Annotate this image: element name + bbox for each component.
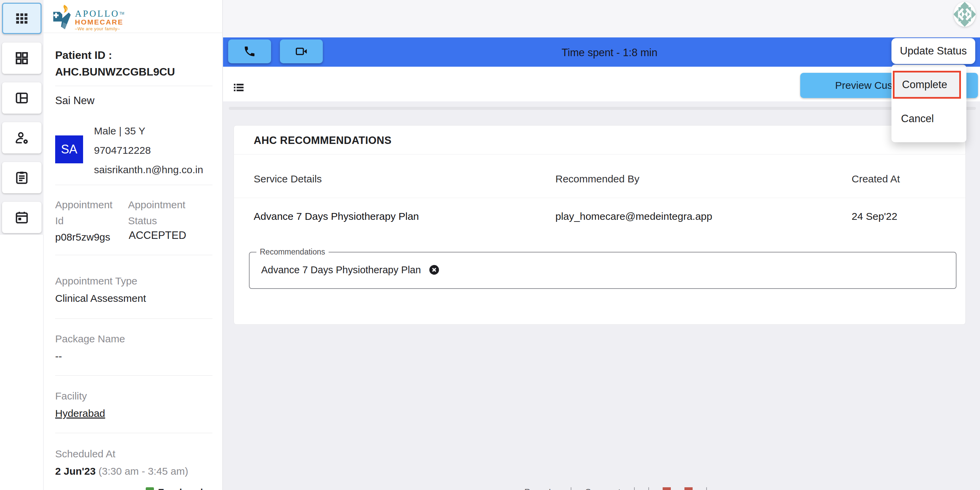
dashboard-icon [14,51,29,66]
table-row-created-at: 24 Sep'22 [852,211,897,222]
status-dropdown-menu: Complete Cancel [891,65,966,142]
apps-grid-icon [14,11,29,26]
rail-item-apps[interactable] [2,3,41,34]
logo-divider [44,33,223,33]
divider [55,375,213,376]
scheduled-date: 2 Jun'23 [55,466,96,477]
top-bar [223,0,980,37]
clipped-bottom-strip: Remarks Comment [524,487,933,490]
rail-item-dashboard[interactable] [2,43,41,74]
divider [55,433,213,433]
clipped-red-icon [684,487,693,490]
remove-chip-icon[interactable] [428,264,440,276]
divider [55,185,213,185]
divider [648,487,649,490]
rail-item-layout[interactable] [2,82,41,114]
recommendations-field: Recommendations Advance 7 Days Physiothe… [249,247,956,289]
table-row-recommended-by: play_homecare@medeintegra.app [555,211,712,222]
recommendations-field-label: Recommendations [256,247,329,257]
patient-avatar: SA [55,135,83,163]
scheduled-at-value: 2 Jun'23 (3:30 am - 3:45 am) [55,466,188,477]
phone-icon [243,45,256,58]
time-spent-text: Time spent - 1:8 min [521,47,698,59]
patient-contact-block: Male | 35 Y 9704712228 saisrikanth.n@hng… [94,121,203,179]
rail-item-assignments[interactable] [2,162,41,193]
package-name-value: -- [55,350,62,362]
patient-demographics: Male | 35 Y [94,121,203,141]
clipped-bottom-row: Excel package on [146,487,248,490]
horizontal-scrollbar[interactable] [229,107,976,110]
calendar-icon [14,210,29,225]
card-title: AHC RECOMMENDATIONS [254,135,391,147]
divider [234,198,966,198]
scheduled-time: (3:30 am - 3:45 am) [99,466,188,477]
table-row-service: Advance 7 Days Physiotherapy Plan [254,211,419,222]
appointment-status-value: ACCEPTED [129,229,186,242]
excel-icon [146,487,154,490]
recommendation-chip: Advance 7 Days Physiotherapy Plan [261,264,956,276]
list-icon [232,81,245,94]
clipboard-icon [14,170,29,185]
update-status-button[interactable]: Update Status [891,38,975,64]
logo-homecare-text: HOMECARE [75,18,124,26]
clipped-comment-label: Comment [585,487,620,490]
patient-id-value: AHC.BUNWZCGBL9CU [55,63,175,80]
ahc-recommendations-card: AHC RECOMMENDATIONS Service Details Reco… [234,125,966,325]
appointment-id-label: Appointment Id [55,197,123,229]
app-rail [0,0,44,490]
patient-email: saisrikanth.n@hng.co.in [94,160,203,179]
rail-item-calendar[interactable] [2,202,41,233]
divider [234,154,966,154]
facility-label: Facility [55,388,87,404]
profile-avatar[interactable] [953,2,977,27]
rail-lower-area [0,235,44,490]
app-logo: APOLLOTM HOMECARE –We are your family– [52,4,124,31]
column-header-service-details: Service Details [254,173,322,185]
divider [55,255,213,255]
appointment-status-label: Appointment Status [128,197,206,229]
clipped-red-icon [663,487,671,490]
videocam-icon [294,44,308,58]
logo-tagline: –We are your family– [75,27,124,31]
divider [634,487,635,490]
columns-layout-icon [14,90,29,105]
patient-phone: 9704712228 [94,141,203,160]
column-header-created-at: Created At [852,173,900,185]
column-header-recommended-by: Recommended By [555,173,640,185]
appointment-id-value: p08r5zw9gs [55,232,110,243]
logo-tm-mark: TM [119,11,124,15]
divider [571,487,571,490]
recommendation-chip-text: Advance 7 Days Physiotherapy Plan [261,265,421,276]
appointment-type-label: Appointment Type [55,273,137,289]
logo-apollo-text: APOLLO [75,8,119,19]
menu-item-cancel[interactable]: Cancel [893,108,961,130]
patient-panel: APOLLOTM HOMECARE –We are your family– P… [44,0,223,490]
video-call-button[interactable] [280,40,323,63]
menu-item-complete[interactable]: Complete [893,71,961,99]
patient-name: Sai New [55,95,94,107]
rail-item-user-settings[interactable] [2,122,41,154]
appointment-type-value: Clinical Assessment [55,293,146,304]
call-bar: Time spent - 1:8 min [223,37,980,67]
clipped-remarks-label: Remarks [524,487,557,490]
phone-call-button[interactable] [228,40,271,63]
patient-id: Patient ID : AHC.BUNWZCGBL9CU [55,47,175,80]
clipped-text: Excel package on [158,487,235,490]
divider [706,487,707,490]
person-gear-icon [14,130,30,146]
list-view-button[interactable] [232,81,245,95]
patient-id-label: Patient ID : [55,47,175,63]
facility-link[interactable]: Hyderabad [55,408,105,419]
scheduled-at-label: Scheduled At [55,446,115,462]
package-name-label: Package Name [55,331,125,347]
apollo-homecare-logo-icon [52,4,72,30]
divider [55,319,213,319]
